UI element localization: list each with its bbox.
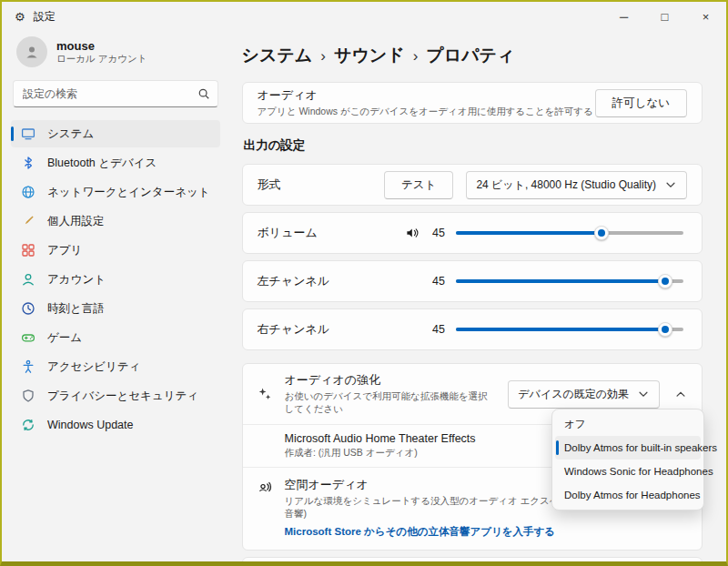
right-channel-label: 右チャンネル — [258, 321, 430, 338]
sidebar-item-privacy-security[interactable]: プライバシーとセキュリティ — [11, 382, 220, 409]
minimize-button[interactable]: ─ — [603, 2, 644, 31]
sidebar-item-label: プライバシーとセキュリティ — [47, 389, 198, 404]
breadcrumb-sound[interactable]: サウンド — [334, 44, 405, 67]
volume-slider-thumb[interactable] — [594, 226, 609, 240]
flyout-item-dolby-headphones[interactable]: Dolby Atmos for Headphones — [555, 483, 701, 507]
person-icon — [25, 43, 39, 61]
breadcrumb-separator: › — [413, 46, 419, 66]
left-channel-card: 左チャンネル 45 — [242, 260, 703, 302]
sidebar-item-time-language[interactable]: 時刻と言語 — [11, 295, 220, 322]
speaker-icon — [405, 226, 420, 240]
right-channel-slider[interactable] — [456, 328, 683, 331]
breadcrumb-separator: › — [320, 46, 326, 66]
accessibility-person-icon — [21, 359, 35, 374]
chevron-up-icon[interactable] — [674, 388, 687, 400]
left-channel-value: 45 — [430, 275, 445, 288]
flyout-item-windows-sonic[interactable]: Windows Sonic for Headphones — [555, 460, 701, 483]
flyout-item-off[interactable]: オフ — [555, 412, 701, 436]
audio-permission-card: オーディオ アプリと Windows がこのデバイスをオーディオ用に使用すること… — [242, 82, 703, 124]
user-account-block[interactable]: mouse ローカル アカウント — [11, 31, 220, 80]
sidebar-item-apps[interactable]: アプリ — [11, 237, 220, 264]
window-title: 設定 — [34, 9, 56, 25]
breadcrumb-system[interactable]: システム — [242, 44, 313, 67]
user-name: mouse — [56, 39, 147, 53]
window-controls: ─ □ × — [603, 2, 726, 31]
update-arrows-icon — [21, 418, 35, 432]
account-type: ローカル アカウント — [56, 53, 147, 66]
audio-card-subtitle: アプリと Windows がこのデバイスをオーディオ用に使用することを許可する — [258, 106, 595, 118]
audio-card-title: オーディオ — [258, 87, 595, 104]
enhancements-subtitle: お使いのデバイスで利用可能な拡張機能を選択してください — [285, 390, 496, 416]
sidebar-item-personalization[interactable]: 個人用設定 — [11, 207, 220, 235]
sidebar-item-system[interactable]: システム — [11, 120, 220, 147]
breadcrumb: システム › サウンド › プロパティ — [242, 44, 703, 67]
sidebar-nav: システム Bluetooth とデバイス ネットワークとインターネット 個人用設… — [11, 120, 220, 439]
clock-icon — [21, 301, 35, 316]
sidebar-item-accounts[interactable]: アカウント — [11, 266, 220, 293]
disallow-button[interactable]: 許可しない — [595, 89, 687, 117]
test-button[interactable]: テスト — [384, 171, 453, 199]
sidebar-item-label: 個人用設定 — [47, 214, 105, 229]
gear-icon: ⚙ — [15, 10, 25, 24]
sidebar-item-label: Bluetooth とデバイス — [47, 156, 157, 171]
sidebar-item-label: ゲーム — [47, 330, 82, 346]
settings-search — [13, 80, 218, 107]
personalization-brush-icon — [21, 214, 35, 228]
chevron-down-icon — [664, 178, 677, 191]
breadcrumb-properties: プロパティ — [426, 44, 514, 67]
format-select-value: 24 ビット, 48000 Hz (Studio Quality) — [476, 177, 656, 193]
enhancements-title: オーディオの強化 — [285, 372, 496, 389]
flyout-item-dolby-builtin[interactable]: Dolby Atmos for built-in speakers — [555, 436, 701, 460]
bluetooth-icon — [21, 156, 35, 170]
sidebar-item-windows-update[interactable]: Windows Update — [11, 411, 220, 439]
left-channel-slider[interactable] — [456, 279, 683, 283]
close-button[interactable]: × — [685, 2, 726, 31]
sidebar-item-label: システム — [47, 126, 94, 142]
right-channel-card: 右チャンネル 45 — [242, 308, 703, 350]
network-globe-icon — [21, 185, 35, 199]
output-settings-heading: 出力の設定 — [244, 137, 701, 154]
sidebar: mouse ローカル アカウント システム Bluetooth とデバイス — [2, 31, 229, 561]
left-channel-slider-thumb[interactable] — [658, 274, 672, 288]
search-icon — [197, 87, 210, 100]
spatial-audio-flyout: オフ Dolby Atmos for built-in speakers Win… — [551, 409, 704, 510]
store-spatial-apps-link[interactable]: Microsoft Store からその他の立体音響アプリを入手する — [285, 525, 687, 539]
sparkle-icon — [258, 387, 272, 401]
format-label: 形式 — [258, 177, 384, 193]
right-channel-value: 45 — [430, 323, 445, 336]
enhancements-select[interactable]: デバイスの既定の効果 — [508, 380, 660, 409]
volume-slider[interactable] — [456, 231, 683, 235]
sidebar-item-label: 時刻と言語 — [47, 301, 105, 317]
titlebar: ⚙ 設定 ─ □ × — [2, 2, 726, 31]
gamepad-icon — [21, 330, 35, 345]
chevron-down-icon — [637, 388, 650, 400]
sidebar-item-label: アカウント — [47, 272, 106, 288]
left-channel-label: 左チャンネル — [258, 273, 430, 289]
format-select[interactable]: 24 ビット, 48000 Hz (Studio Quality) — [466, 171, 687, 199]
volume-label: ボリューム — [258, 225, 405, 241]
avatar — [16, 36, 47, 67]
sidebar-item-label: ネットワークとインターネット — [47, 185, 210, 200]
sidebar-item-gaming[interactable]: ゲーム — [11, 324, 220, 351]
sidebar-item-label: アクセシビリティ — [47, 359, 140, 375]
sidebar-item-label: アプリ — [47, 243, 82, 258]
enhancements-select-value: デバイスの既定の効果 — [518, 387, 629, 402]
spatial-audio-icon — [258, 480, 272, 494]
accounts-person-icon — [21, 272, 35, 287]
license-status-card[interactable]: ライセンスの状態 — [242, 557, 703, 561]
apps-grid-icon — [21, 243, 35, 258]
sidebar-item-label: Windows Update — [47, 419, 134, 431]
search-input[interactable] — [13, 80, 218, 107]
volume-card: ボリューム 45 — [242, 212, 703, 254]
right-channel-slider-thumb[interactable] — [658, 322, 672, 337]
shield-icon — [21, 389, 35, 403]
sidebar-item-network-internet[interactable]: ネットワークとインターネット — [11, 178, 220, 206]
settings-window: ⚙ 設定 ─ □ × mouse ローカル アカウント — [0, 0, 728, 566]
sidebar-item-accessibility[interactable]: アクセシビリティ — [11, 353, 220, 380]
format-card: 形式 テスト 24 ビット, 48000 Hz (Studio Quality) — [242, 164, 703, 206]
system-icon — [21, 126, 35, 141]
volume-value: 45 — [430, 227, 445, 239]
sidebar-item-bluetooth-devices[interactable]: Bluetooth とデバイス — [11, 149, 220, 177]
maximize-button[interactable]: □ — [644, 2, 685, 31]
